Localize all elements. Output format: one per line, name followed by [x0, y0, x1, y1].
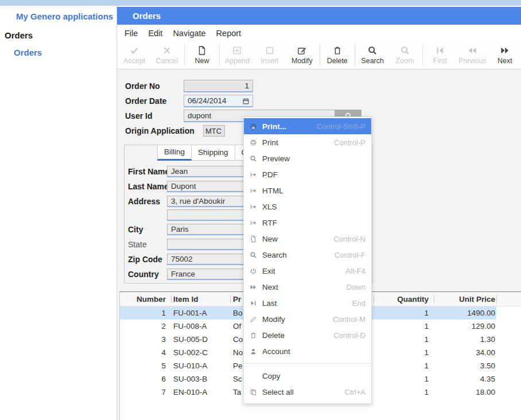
- previous-button[interactable]: Previous: [456, 42, 488, 68]
- context-menu-item-preview[interactable]: Preview: [244, 150, 371, 166]
- column-header-unit-price[interactable]: Unit Price: [434, 292, 496, 306]
- context-menu: Print... Control-Shift-P Print Control-P…: [243, 116, 372, 404]
- state-label: State: [128, 239, 147, 250]
- sidebar-group-label: Orders: [5, 30, 33, 40]
- zip-code-label: Zip Code: [128, 254, 162, 265]
- context-menu-item-rtf[interactable]: RTF: [244, 215, 371, 231]
- menu-item-icon-empty: [250, 372, 257, 380]
- toolbar-separator: [422, 44, 423, 66]
- context-menu-separator: [244, 363, 371, 364]
- tab-shipping[interactable]: Shipping: [192, 145, 235, 161]
- printer-icon: [250, 139, 257, 146]
- user-id-label: User Id: [125, 110, 152, 122]
- previous-record-icon: [467, 45, 477, 56]
- country-label: Country: [128, 269, 159, 280]
- last-record-icon: [250, 300, 257, 307]
- magnifier-icon: [367, 45, 378, 56]
- sidebar: My Genero applications Orders Orders: [0, 6, 117, 420]
- column-header-item-id[interactable]: Item Id: [171, 292, 230, 306]
- last-name-label: Last Name: [128, 181, 169, 192]
- application-window: My Genero applications Orders Orders Ord…: [0, 0, 521, 420]
- next-record-icon: [500, 45, 510, 56]
- trash-icon: [250, 332, 257, 339]
- zoom-button[interactable]: Zoom: [388, 42, 421, 68]
- export-icon: [250, 203, 257, 211]
- sidebar-header-link[interactable]: My Genero applications: [16, 11, 113, 21]
- city-label: City: [128, 224, 143, 235]
- x-icon: [162, 45, 172, 56]
- search-button[interactable]: Search: [356, 42, 388, 68]
- toolbar: Accept Cancel New Append Insert: [117, 41, 521, 69]
- page-title: Orders: [117, 7, 161, 25]
- menu-file[interactable]: File: [119, 29, 143, 38]
- context-menu-item-html[interactable]: HTML: [244, 182, 371, 199]
- column-header-number[interactable]: Number: [120, 292, 171, 306]
- next-record-icon: [250, 283, 257, 291]
- square-icon: [265, 45, 275, 56]
- pencil-icon: [250, 316, 257, 323]
- accept-button[interactable]: Accept: [118, 42, 150, 68]
- trash-icon: [332, 45, 343, 56]
- export-icon: [250, 171, 257, 178]
- delete-button[interactable]: Delete: [321, 42, 353, 68]
- context-menu-item-exit[interactable]: Exit Alt-F4: [244, 263, 371, 279]
- sidebar-item-orders[interactable]: Orders: [14, 48, 42, 57]
- toolbar-separator: [320, 44, 320, 66]
- toolbar-separator: [184, 44, 185, 66]
- order-no-field[interactable]: [184, 80, 253, 92]
- address-label: Address: [128, 196, 160, 207]
- power-icon: [250, 267, 257, 275]
- new-document-icon: [197, 45, 207, 56]
- next-button[interactable]: Next: [489, 42, 521, 68]
- magnifier-icon: [400, 45, 410, 56]
- person-icon: [250, 348, 257, 355]
- plus-square-icon: [232, 45, 242, 56]
- context-menu-item-xls[interactable]: XLS: [244, 199, 371, 215]
- menubar: File Edit Navigate Report: [117, 25, 521, 41]
- context-menu-item-copy[interactable]: Copy: [244, 368, 371, 384]
- context-menu-item-next[interactable]: Next Down: [244, 279, 371, 295]
- top-strip: [0, 0, 521, 6]
- origin-application-field[interactable]: [203, 125, 225, 137]
- context-menu-item-last[interactable]: Last End: [244, 295, 371, 311]
- first-record-icon: [435, 45, 445, 56]
- magnifier-icon: [250, 251, 257, 259]
- context-menu-item-delete[interactable]: Delete Control-D: [244, 327, 371, 343]
- context-menu-item-search[interactable]: Search Control-F: [244, 247, 371, 263]
- context-menu-item-print-dialog[interactable]: Print... Control-Shift-P: [244, 118, 371, 134]
- column-header-filler: [496, 292, 521, 306]
- new-button[interactable]: New: [186, 42, 218, 68]
- order-no-label: Order No: [125, 80, 160, 92]
- column-header-quantity[interactable]: Quantity: [374, 292, 434, 306]
- magnifier-icon: [250, 155, 257, 162]
- order-date-label: Order Date: [125, 95, 166, 107]
- context-menu-item-new[interactable]: New Control-N: [244, 231, 371, 247]
- toolbar-separator: [219, 44, 220, 66]
- context-menu-item-account[interactable]: Account: [244, 343, 371, 359]
- new-document-icon: [250, 235, 257, 243]
- select-all-icon: [250, 388, 257, 396]
- cancel-button[interactable]: Cancel: [150, 42, 182, 68]
- window-titlebar: Orders: [117, 7, 521, 25]
- export-icon: [250, 187, 257, 195]
- pencil-square-icon: [297, 45, 307, 56]
- menu-edit[interactable]: Edit: [143, 29, 168, 38]
- origin-application-label: Origin Application: [125, 125, 195, 137]
- check-icon: [129, 45, 139, 56]
- menu-navigate[interactable]: Navigate: [168, 29, 211, 38]
- insert-button[interactable]: Insert: [254, 42, 286, 68]
- export-icon: [250, 219, 257, 227]
- context-menu-item-pdf[interactable]: PDF: [244, 166, 371, 182]
- first-button[interactable]: First: [424, 42, 456, 68]
- context-menu-item-modify[interactable]: Modify Control-M: [244, 311, 371, 327]
- first-name-label: First Name: [128, 166, 169, 177]
- append-button[interactable]: Append: [221, 42, 253, 68]
- menu-report[interactable]: Report: [211, 29, 247, 38]
- calendar-icon[interactable]: [242, 98, 250, 105]
- tab-billing[interactable]: Billing: [157, 145, 192, 161]
- toolbar-separator: [355, 44, 355, 66]
- context-menu-item-print[interactable]: Print Control-P: [244, 134, 371, 150]
- modify-button[interactable]: Modify: [286, 42, 318, 68]
- context-menu-item-select-all[interactable]: Select all Ctrl+A: [244, 384, 371, 400]
- printer-icon: [250, 123, 257, 130]
